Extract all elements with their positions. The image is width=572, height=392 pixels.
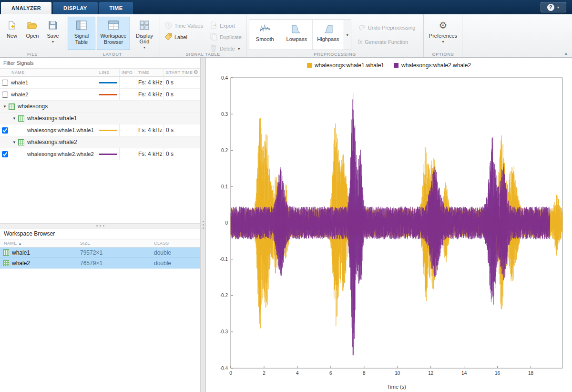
svg-text:4: 4	[296, 371, 299, 376]
undo-preprocessing-button[interactable]: Undo Preprocessing	[356, 22, 418, 32]
column-header-line[interactable]: LINE	[97, 69, 119, 76]
vertical-splitter[interactable]	[200, 58, 206, 392]
open-folder-icon	[27, 19, 38, 31]
splitter-grip-dot	[100, 225, 101, 227]
wb-column-header-size[interactable]: SIZE	[76, 239, 150, 247]
line-swatch	[97, 94, 119, 95]
preprocessing-gallery: Smooth Lowpass Highpass	[249, 20, 344, 50]
signal-table-toggle-button[interactable]: Signal Table	[68, 17, 95, 50]
signal-name: whalesongs:whale1.whale1	[10, 127, 97, 133]
label-button[interactable]: Label	[163, 32, 205, 42]
collapse-arrow-icon[interactable]: ▼	[12, 116, 16, 121]
column-header-info[interactable]: INFO	[119, 69, 136, 76]
tab-analyzer[interactable]: ANALYZER	[1, 2, 51, 14]
preferences-button[interactable]: ⚙ Preferences ▼	[426, 17, 460, 50]
highpass-button[interactable]: Highpass	[312, 20, 344, 50]
variable-name: whale1	[12, 249, 30, 256]
smooth-label: Smooth	[256, 36, 274, 42]
signal-table-empty-area	[0, 160, 200, 223]
export-button[interactable]: Export	[208, 21, 244, 31]
svg-text:16: 16	[495, 371, 500, 376]
help-button[interactable]: ? ▼	[541, 2, 566, 12]
lowpass-label: Lowpass	[286, 36, 307, 42]
column-header-name[interactable]: NAME	[10, 69, 97, 76]
preferences-label: Preferences	[429, 33, 457, 39]
filter-signals-input[interactable]	[3, 59, 197, 67]
sort-ascending-icon: ▲	[19, 242, 22, 245]
variable-icon	[3, 260, 9, 266]
line-swatch	[97, 82, 119, 83]
collapse-ribbon-button[interactable]: ▲	[564, 51, 568, 56]
save-button[interactable]: Save ▼	[43, 17, 62, 50]
horizontal-splitter[interactable]	[0, 223, 200, 228]
tab-display[interactable]: DISPLAY	[53, 2, 97, 14]
new-button[interactable]: New	[2, 17, 21, 50]
signal-info	[119, 89, 136, 100]
export-icon	[210, 21, 217, 30]
lowpass-button[interactable]: Lowpass	[281, 20, 312, 50]
splitter-grip-dot	[203, 227, 204, 229]
column-header-checkbox	[0, 69, 10, 76]
workspace-browser-toggle-button[interactable]: Workspace Browser	[97, 17, 130, 50]
signal-visible-checkbox[interactable]	[2, 80, 8, 86]
section-label-options: OPTIONS	[424, 52, 462, 57]
display-grid-button[interactable]: Display Grid ▼	[132, 17, 157, 50]
save-label: Save	[47, 33, 59, 39]
collapse-arrow-icon[interactable]: ▼	[12, 140, 16, 144]
generate-function-label: Generate Function	[365, 39, 408, 45]
smooth-button[interactable]: Smooth	[249, 20, 281, 50]
highpass-label: Highpass	[317, 36, 339, 42]
group-name: whalesongs	[18, 103, 48, 110]
signal-time: Fs: 4 kHz	[136, 89, 163, 100]
svg-text:0: 0	[229, 371, 232, 376]
ribbon-section-file: New Open Save ▼ FILE	[0, 14, 65, 57]
chevron-down-icon: ▼	[237, 47, 241, 51]
signal-visible-checkbox[interactable]	[2, 151, 8, 157]
signal-row[interactable]: whalesongs:whale1.whale1Fs: 4 kHz0 s	[0, 124, 200, 136]
group-row[interactable]: ▼whalesongs:whale2	[0, 136, 200, 148]
svg-text:Time (s): Time (s)	[387, 384, 406, 390]
chevron-down-icon: ▼	[557, 6, 560, 9]
wb-column-header-name[interactable]: NAME ▲	[0, 239, 76, 247]
legend-item[interactable]: whalesongs:whale2.whale2	[394, 62, 471, 69]
time-values-icon	[164, 21, 172, 30]
signal-info	[119, 148, 136, 160]
signal-table-label: Signal Table	[71, 33, 92, 45]
help-icon: ?	[547, 4, 554, 11]
workspace-variable-row[interactable]: whale179572×1double	[0, 248, 200, 258]
signal-row[interactable]: whale2Fs: 4 kHz0 s	[0, 89, 200, 101]
signal-row[interactable]: whale1Fs: 4 kHz0 s	[0, 77, 200, 89]
chevron-down-icon: ▼	[51, 40, 55, 44]
signal-row[interactable]: whalesongs:whale2.whale2Fs: 4 kHz0 s	[0, 148, 200, 160]
svg-text:0: 0	[225, 220, 228, 226]
tab-time[interactable]: TIME	[99, 2, 133, 14]
legend-item[interactable]: whalesongs:whale1.whale1	[307, 62, 384, 69]
plot-panel: whalesongs:whale1.whale1whalesongs:whale…	[206, 58, 572, 392]
group-row[interactable]: ▼whalesongs	[0, 101, 200, 113]
filter-signals-box	[0, 58, 200, 69]
waveform-plot[interactable]: -0.4-0.3-0.2-0.100.10.20.30.402468101214…	[206, 73, 572, 392]
gallery-expand-button[interactable]: ▼	[344, 20, 351, 50]
table-settings-gear-icon[interactable]: ⚙	[194, 69, 198, 75]
signal-visible-checkbox[interactable]	[2, 92, 8, 98]
display-grid-icon	[140, 19, 149, 31]
time-values-button[interactable]: Time Values	[163, 21, 205, 31]
ribbon-section-signal-table: Time Values Export Label Duplicate	[160, 14, 246, 57]
legend-label: whalesongs:whale2.whale2	[401, 62, 471, 69]
wb-column-header-class[interactable]: CLASS	[150, 239, 200, 247]
signal-time: Fs: 4 kHz	[136, 77, 163, 88]
signal-name: whale2	[10, 92, 97, 97]
svg-text:-0.2: -0.2	[220, 293, 228, 298]
duplicate-button[interactable]: Duplicate	[208, 32, 244, 42]
signal-info	[119, 77, 136, 88]
delete-label: Delete	[220, 46, 235, 52]
collapse-arrow-icon[interactable]: ▼	[3, 104, 7, 109]
line-swatch	[97, 130, 119, 131]
group-row[interactable]: ▼whalesongs:whale1	[0, 113, 200, 124]
workspace-variable-row[interactable]: whale276579×1double	[0, 258, 200, 268]
column-header-time[interactable]: TIME	[136, 69, 163, 76]
plot-legend: whalesongs:whale1.whale1whalesongs:whale…	[206, 58, 572, 73]
generate-function-button[interactable]: fx Generate Function	[356, 37, 418, 47]
signal-visible-checkbox[interactable]	[2, 127, 8, 134]
open-button[interactable]: Open	[23, 17, 42, 50]
